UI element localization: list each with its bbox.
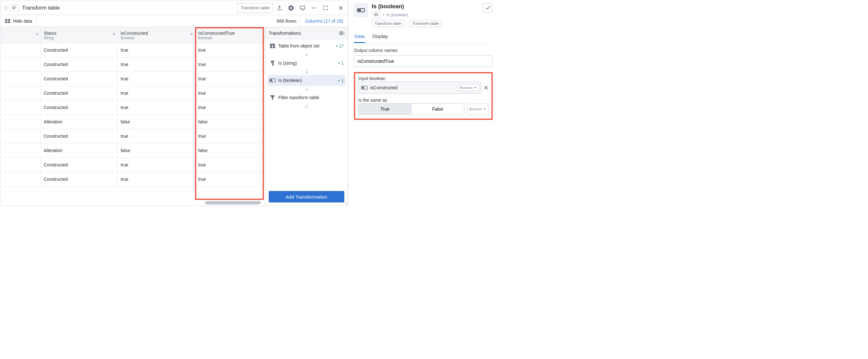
table-row[interactable]: Constructedtruetrue — [1, 43, 265, 57]
cell-isconstructedtrue: true — [195, 100, 260, 115]
table-row[interactable]: Alterationfalsefalse — [1, 143, 265, 158]
inspector-header: Is (boolean) $E • Is (boolean) Transform… — [354, 3, 493, 27]
column-count-link[interactable]: Columns (17 of 19) — [300, 15, 347, 27]
resize-handle-icon[interactable] — [343, 201, 347, 205]
cell-blank — [1, 100, 40, 115]
cell-status: Alteration — [40, 143, 118, 158]
bool-icon — [269, 78, 276, 82]
cell-status: Constructed — [40, 86, 118, 100]
close-icon[interactable] — [336, 3, 346, 13]
inspector-crumbs: Transform table › Transform table — [372, 20, 479, 27]
filter-icon — [269, 95, 276, 100]
cell-blank — [1, 57, 40, 71]
arrow-down-icon — [268, 69, 346, 75]
crumb-transform-table-2[interactable]: Transform table — [409, 20, 442, 27]
cell-blank — [1, 86, 40, 100]
boolean-icon — [354, 3, 368, 17]
svg-rect-17 — [270, 47, 272, 48]
cell-status: Constructed — [40, 158, 118, 172]
output-column-input[interactable] — [354, 56, 493, 67]
titlebar: $F Transform table Transform table — [1, 1, 347, 15]
inspector-form: Output column names Input boolean isCons… — [354, 43, 493, 120]
column-header-status[interactable]: Status String ▾ — [40, 27, 118, 43]
cell-isconstructed: true — [118, 86, 195, 100]
present-icon[interactable] — [298, 3, 308, 13]
gear-icon[interactable] — [286, 3, 296, 13]
table-row[interactable]: Constructedtruetrue — [1, 158, 265, 172]
column-type: Boolean — [198, 36, 256, 40]
clear-input-icon[interactable] — [484, 86, 488, 90]
segment-true[interactable]: True — [359, 104, 411, 115]
panel-title: Transform table — [22, 5, 60, 11]
transformation-item[interactable]: Is (string)+ 1 — [268, 58, 346, 69]
table-row[interactable]: Constructedtruetrue — [1, 86, 265, 100]
cell-status: Constructed — [40, 100, 118, 115]
cell-isconstructed: true — [118, 43, 195, 57]
svg-rect-15 — [270, 45, 272, 46]
column-header-blank[interactable]: ▾ — [1, 27, 40, 43]
expand-icon[interactable] — [320, 3, 331, 13]
export-icon[interactable] — [274, 3, 285, 13]
transformation-item[interactable]: Table from object set+ 17 — [268, 40, 346, 51]
type-badge[interactable]: Boolean▼ — [458, 84, 479, 91]
svg-rect-6 — [300, 6, 305, 9]
main-split: ▾ Status String ▾ isConstructed Boolean … — [1, 27, 347, 206]
cell-isconstructedtrue: true — [195, 129, 260, 143]
chevron-down-icon[interactable]: ▾ — [113, 32, 115, 37]
transformation-count: + 1 — [338, 78, 344, 83]
transformation-count: + 1 — [338, 61, 344, 66]
table-row[interactable]: Constructedtruetrue — [1, 72, 265, 86]
boolean-icon — [361, 86, 368, 90]
drag-handle-icon[interactable] — [3, 5, 9, 11]
horizontal-scrollbar[interactable] — [205, 201, 261, 204]
pilcrow-icon — [269, 61, 276, 66]
more-icon[interactable] — [309, 3, 319, 13]
transformations-header: Transformations — [266, 27, 347, 39]
tab-display[interactable]: Display — [372, 31, 389, 43]
table-ref-badge: $F — [10, 4, 19, 11]
transformation-item[interactable]: Is (boolean)+ 1 — [268, 75, 346, 86]
compare-label: is the same as — [359, 98, 488, 103]
breadcrumb-sub: Is (boolean) — [386, 12, 408, 17]
cell-isconstructed: true — [118, 72, 195, 86]
chevron-down-icon[interactable]: ▾ — [190, 32, 193, 37]
tab-data[interactable]: Data — [354, 31, 365, 43]
input-boolean-select[interactable]: isConstructed Boolean▼ — [359, 81, 481, 94]
chevron-down-icon: ▼ — [474, 86, 477, 89]
chart-add-icon[interactable] — [483, 3, 493, 13]
ref-badge: $E — [372, 11, 381, 18]
column-header-isconstructed[interactable]: isConstructed Boolean ▾ — [118, 27, 195, 43]
cell-isconstructedtrue: true — [195, 86, 260, 100]
data-table: ▾ Status String ▾ isConstructed Boolean … — [1, 27, 265, 206]
table-row[interactable]: Constructedtruetrue — [1, 100, 265, 115]
left-panel: $F Transform table Transform table Hide … — [1, 1, 348, 206]
cell-isconstructed: true — [118, 129, 195, 143]
add-transformation-button[interactable]: Add Transformation — [269, 191, 344, 202]
column-header-isconstructedtrue[interactable]: IsConstructedTrue Boolean — [195, 27, 260, 43]
chevron-down-icon[interactable]: ▾ — [36, 32, 38, 37]
cell-status: Constructed — [40, 72, 118, 86]
transformation-count: + 17 — [335, 44, 344, 48]
cell-isconstructedtrue: true — [195, 72, 260, 86]
table-row[interactable]: Constructedtruetrue — [1, 172, 265, 187]
hide-data-button[interactable]: Hide data — [1, 15, 36, 27]
table-row[interactable]: Constructedtruetrue — [1, 129, 265, 143]
segment-false[interactable]: False — [411, 104, 464, 115]
panel-menu-icon[interactable] — [339, 31, 344, 35]
transform-table-button[interactable]: Transform table — [237, 3, 273, 13]
transformation-item[interactable]: Filter transform table — [268, 92, 346, 103]
cell-status: Alteration — [40, 115, 118, 129]
cell-blank — [1, 72, 40, 86]
cell-isconstructedtrue: true — [195, 172, 260, 186]
svg-point-5 — [6, 9, 7, 10]
highlight-config-box: Input boolean isConstructed Boolean▼ is … — [354, 72, 493, 120]
compare-type-badge[interactable]: Boolean▼ — [467, 104, 488, 115]
cell-isconstructedtrue: false — [195, 143, 260, 158]
transformation-label: Is (string) — [278, 61, 297, 66]
hide-data-icon — [5, 19, 10, 24]
crumb-transform-table-1[interactable]: Transform table — [372, 20, 404, 27]
table-row[interactable]: Alterationfalsefalse — [1, 115, 265, 129]
transformation-label: Table from object set — [278, 43, 319, 48]
table-row[interactable]: Constructedtruetrue — [1, 57, 265, 72]
chevron-right-icon: › — [406, 21, 407, 26]
